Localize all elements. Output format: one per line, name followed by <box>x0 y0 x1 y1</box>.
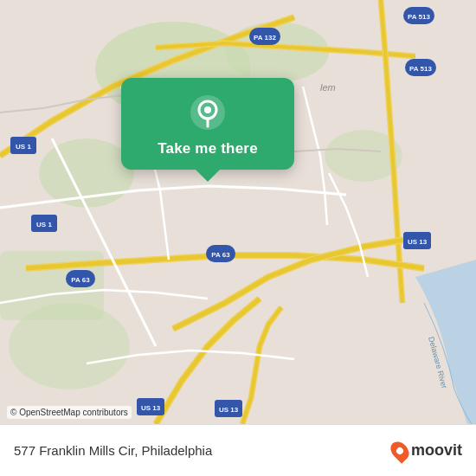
svg-point-31 <box>204 106 211 113</box>
svg-text:US 13: US 13 <box>141 404 161 412</box>
svg-text:US 13: US 13 <box>408 238 428 246</box>
svg-text:US 1: US 1 <box>16 143 31 151</box>
svg-text:PA 132: PA 132 <box>254 34 276 42</box>
svg-text:PA 513: PA 513 <box>408 13 430 21</box>
map-container: US 1 US 1 PA 132 PA 513 PA 513 PA 63 PA … <box>0 0 476 424</box>
svg-text:PA 63: PA 63 <box>71 276 90 284</box>
svg-text:PA 63: PA 63 <box>211 251 230 259</box>
popup-card: Take me there <box>121 78 294 170</box>
bottom-bar: 577 Franklin Mills Cir, Philadelphia moo… <box>0 424 476 476</box>
svg-text:US 1: US 1 <box>36 221 52 228</box>
moovit-logo: moovit <box>392 441 462 461</box>
address-text: 577 Franklin Mills Cir, Philadelphia <box>14 443 212 458</box>
svg-text:lem: lem <box>320 82 336 93</box>
moovit-pin-icon <box>387 438 413 464</box>
svg-text:US 13: US 13 <box>219 406 239 414</box>
location-pin-icon <box>189 93 227 132</box>
svg-point-6 <box>9 303 130 389</box>
osm-attribution: © OpenStreetMap contributors <box>7 406 132 419</box>
moovit-logo-text: moovit <box>411 441 462 460</box>
take-me-there-button[interactable]: Take me there <box>158 140 258 158</box>
svg-text:PA 513: PA 513 <box>409 65 432 73</box>
